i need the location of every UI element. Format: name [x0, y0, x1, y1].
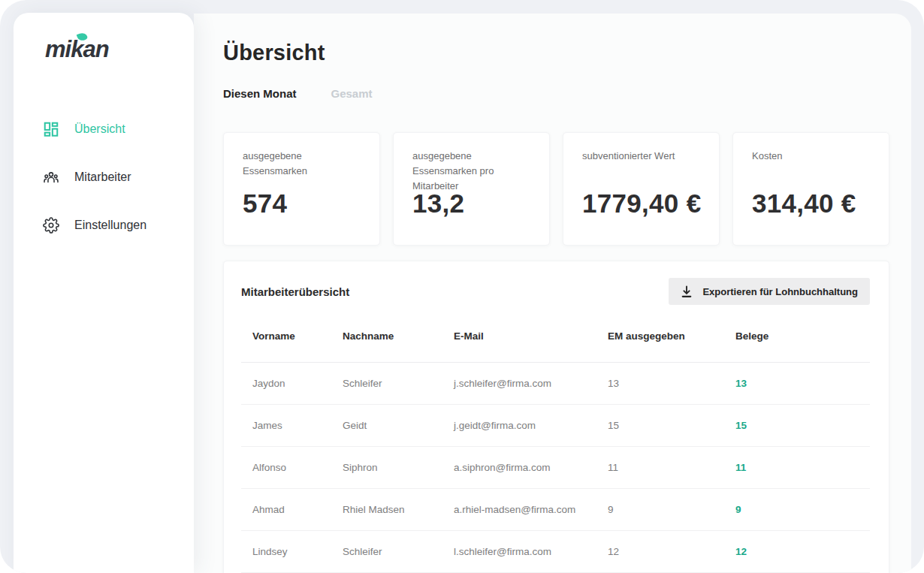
column-header-em-ausgegeben: EM ausgegeben — [608, 330, 735, 363]
table-row: Ahmad Rhiel Madsen a.rhiel-madsen@firma.… — [241, 489, 870, 531]
cell-belege: 12 — [735, 531, 870, 573]
sidebar-item-label: Übersicht — [74, 122, 125, 136]
cell-email: j.schleifer@firma.com — [454, 363, 608, 405]
stat-value: 314,40 € — [752, 188, 856, 219]
cell-nachname: Schleifer — [343, 363, 454, 405]
cell-email: j.geidt@firma.com — [454, 405, 608, 447]
table-card-header: Mitarbeiterübersicht Exportieren für Loh… — [224, 261, 889, 305]
table-row: Lindsey Schleifer l.schleifer@firma.com … — [241, 531, 870, 573]
tab-gesamt[interactable]: Gesamt — [331, 87, 373, 100]
page-title: Übersicht — [223, 41, 889, 65]
column-header-belege: Belege — [735, 330, 870, 363]
stat-label: ausgegebene Essensmarken pro Mitarbeiter — [394, 133, 549, 194]
logo-wordmark: mikan — [45, 36, 109, 62]
cell-vorname: Lindsey — [241, 531, 343, 573]
cell-email: l.schleifer@firma.com — [454, 531, 608, 573]
table-header-row: Vorname Nachname E-Mail EM ausgegeben Be… — [241, 330, 870, 363]
belege-link[interactable]: 11 — [735, 462, 746, 473]
stat-value: 13,2 — [412, 188, 464, 219]
cell-em-ausgegeben: 11 — [608, 447, 735, 489]
gear-icon — [43, 217, 59, 234]
table-row: Jaydon Schleifer j.schleifer@firma.com 1… — [241, 363, 870, 405]
stat-value: 574 — [243, 188, 287, 219]
export-button[interactable]: Exportieren für Lohnbuchhaltung — [669, 278, 870, 305]
table-row: Alfonso Siphron a.siphron@firma.com 11 1… — [241, 447, 870, 489]
belege-link[interactable]: 9 — [735, 504, 741, 515]
cell-belege: 11 — [735, 447, 870, 489]
cell-belege: 13 — [735, 363, 870, 405]
stat-card-essensmarken: ausgegebene Essensmarken 574 — [223, 132, 380, 246]
tab-diesen-monat[interactable]: Diesen Monat — [223, 87, 297, 100]
download-icon — [680, 285, 693, 298]
stat-card-essensmarken-pro-mitarbeiter: ausgegebene Essensmarken pro Mitarbeiter… — [393, 132, 550, 246]
stat-cards: ausgegebene Essensmarken 574 ausgegebene… — [223, 132, 889, 246]
belege-link[interactable]: 12 — [735, 546, 747, 557]
stat-label: Kosten — [733, 133, 889, 164]
cell-em-ausgegeben: 12 — [608, 531, 735, 573]
table-row: James Geidt j.geidt@firma.com 15 15 — [241, 405, 870, 447]
cell-email: a.rhiel-madsen@firma.com — [454, 489, 608, 531]
period-tabs: Diesen Monat Gesamt — [223, 87, 889, 100]
cell-em-ausgegeben: 9 — [608, 489, 735, 531]
sidebar-item-uebersicht[interactable]: Übersicht — [14, 114, 194, 144]
sidebar-item-label: Einstellungen — [74, 219, 146, 232]
cell-vorname: James — [241, 405, 343, 447]
stat-card-subventionierter-wert: subventionierter Wert 1779,40 € — [563, 132, 720, 246]
column-header-vorname: Vorname — [241, 330, 343, 363]
sidebar-nav: Übersicht Mitarbeiter Einstellun — [14, 114, 194, 240]
cell-nachname: Rhiel Madsen — [343, 489, 454, 531]
cell-em-ausgegeben: 13 — [608, 363, 735, 405]
cell-belege: 15 — [735, 405, 870, 447]
cell-em-ausgegeben: 15 — [608, 405, 735, 447]
cell-belege: 9 — [735, 489, 870, 531]
app-window: mikan Übersicht Mitarb — [0, 0, 924, 573]
mikan-logo[interactable]: mikan — [45, 36, 143, 66]
stat-label: subventionierter Wert — [563, 133, 719, 164]
cell-vorname: Ahmad — [241, 489, 343, 531]
sidebar-item-label: Mitarbeiter — [74, 170, 131, 184]
cell-nachname: Geidt — [343, 405, 454, 447]
sidebar: mikan Übersicht Mitarb — [14, 13, 194, 573]
export-button-label: Exportieren für Lohnbuchhaltung — [702, 286, 858, 297]
belege-link[interactable]: 15 — [735, 420, 747, 431]
mitarbeiter-table-card: Mitarbeiterübersicht Exportieren für Loh… — [223, 261, 889, 573]
people-icon — [43, 169, 59, 185]
cell-nachname: Schleifer — [343, 531, 454, 573]
section-title: Mitarbeiterübersicht — [241, 285, 349, 298]
stat-value: 1779,40 € — [582, 188, 701, 219]
belege-link[interactable]: 13 — [735, 378, 747, 389]
dashboard-icon — [43, 121, 59, 137]
sidebar-item-mitarbeiter[interactable]: Mitarbeiter — [14, 162, 194, 192]
stat-label: ausgegebene Essensmarken — [224, 133, 379, 179]
cell-nachname: Siphron — [343, 447, 454, 489]
cell-vorname: Alfonso — [241, 447, 343, 489]
column-header-email: E-Mail — [454, 330, 608, 363]
cell-vorname: Jaydon — [241, 363, 343, 405]
cell-email: a.siphron@firma.com — [454, 447, 608, 489]
mitarbeiter-table: Vorname Nachname E-Mail EM ausgegeben Be… — [241, 330, 870, 573]
main-panel: Übersicht Diesen Monat Gesamt ausgegeben… — [194, 14, 911, 573]
stat-card-kosten: Kosten 314,40 € — [732, 132, 889, 246]
column-header-nachname: Nachname — [343, 330, 454, 363]
sidebar-item-einstellungen[interactable]: Einstellungen — [14, 210, 194, 240]
